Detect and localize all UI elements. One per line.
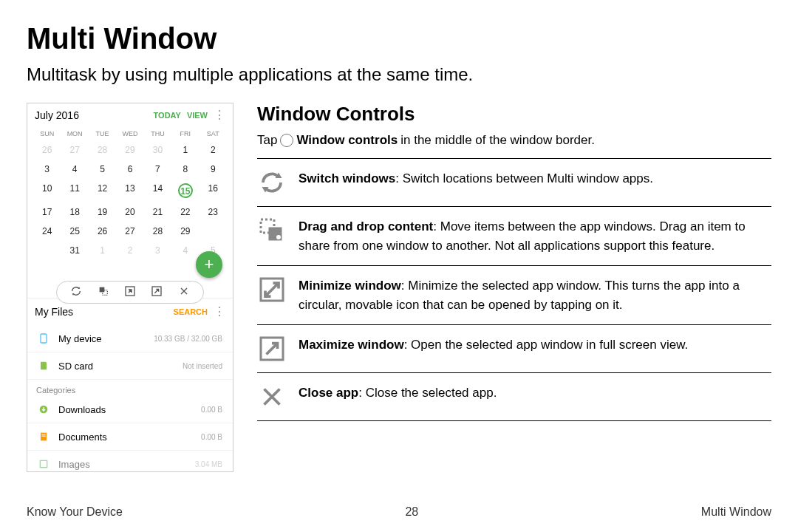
calendar-day[interactable]: 27 [61,140,88,160]
calendar-day[interactable]: 7 [144,160,171,179]
file-name: Downloads [58,404,201,415]
svg-rect-7 [41,434,45,435]
minimize-window-icon [257,276,287,303]
dow: MON [61,127,88,140]
page-title: Multi Window [27,22,771,55]
calendar-day[interactable]: 23 [200,202,227,222]
calendar-day[interactable]: 30 [144,140,171,160]
footer-right: Multi Window [701,505,771,519]
file-name: My device [58,333,154,344]
switch-windows-icon [257,169,287,196]
today-link[interactable]: TODAY [154,111,181,120]
calendar-day[interactable]: 1 [171,140,199,160]
calendar-day[interactable]: 16 [200,179,227,202]
page-number: 28 [405,505,418,519]
calendar-day[interactable]: 2 [200,140,227,160]
file-row[interactable]: Downloads 0.00 B [27,396,233,423]
page-footer: Know Your Device 28 Multi Window [27,505,771,519]
drag-icon[interactable] [98,285,109,299]
calendar-day[interactable]: 25 [61,222,88,241]
close-app-icon [257,383,287,410]
maximize-window-icon [257,335,287,362]
calendar-day-today[interactable]: 15 [171,179,199,202]
file-row[interactable]: SD card Not inserted [27,352,233,380]
control-item: Switch windows: Switch locations between… [257,158,771,206]
calendar-day[interactable]: 21 [144,202,171,222]
calendar-grid: SUN MON TUE WED THU FRI SAT 26 27 28 29 … [27,127,233,275]
calendar-day[interactable]: 9 [200,160,227,179]
calendar-day[interactable]: 17 [33,202,61,222]
window-controls-toolbar [56,281,204,304]
calendar-day[interactable]: 2 [116,241,143,260]
image-icon [38,458,50,470]
file-meta: 10.33 GB / 32.00 GB [154,335,222,343]
calendar-day[interactable]: 29 [171,222,199,241]
calendar-day[interactable]: 29 [116,140,143,160]
control-item: Close app: Close the selected app. [257,372,771,421]
switch-icon[interactable] [70,285,82,299]
calendar-day[interactable]: 4 [61,160,88,179]
control-item: Maximize window: Open the selected app w… [257,324,771,372]
overflow-icon[interactable]: ⋮ [214,309,225,315]
categories-label: Categories [27,380,233,396]
dow: SUN [33,127,61,140]
device-mockup: July 2016 TODAY VIEW ⋮ SUN MON TUE WED T… [27,103,233,472]
calendar-day[interactable]: 10 [33,179,61,202]
calendar-day[interactable]: 28 [89,140,116,160]
document-icon [38,431,50,443]
file-meta: 0.00 B [201,433,222,441]
dow: FRI [171,127,199,140]
device-icon [38,332,50,344]
calendar-day[interactable] [33,241,61,260]
calendar-day[interactable]: 31 [61,241,88,260]
calendar-day[interactable]: 12 [89,179,116,202]
overflow-icon[interactable]: ⋮ [214,112,225,118]
calendar-day[interactable] [200,222,227,241]
file-name: Documents [58,432,201,443]
maximize-icon[interactable] [151,285,163,299]
minimize-icon[interactable] [124,285,136,299]
calendar-day[interactable] [33,260,61,269]
file-name: SD card [58,361,183,372]
calendar-day[interactable]: 3 [144,241,171,260]
file-meta: Not inserted [183,362,222,370]
svg-point-12 [276,235,281,239]
file-meta: 0.00 B [201,406,222,414]
close-icon[interactable] [178,285,190,299]
calendar-day[interactable]: 8 [171,160,199,179]
add-event-button[interactable]: + [196,251,222,278]
dow: SAT [200,127,227,140]
calendar-day[interactable]: 26 [33,140,61,160]
dow: TUE [89,127,116,140]
calendar-day[interactable]: 26 [89,222,116,241]
file-row[interactable]: Images 3.04 MB [27,451,233,471]
file-row[interactable]: Documents 0.00 B [27,423,233,451]
calendar-day[interactable]: 1 [89,241,116,260]
file-meta: 3.04 MB [195,460,222,468]
calendar-day[interactable]: 27 [116,222,143,241]
calendar-day[interactable]: 11 [61,179,88,202]
files-title: My Files [35,306,174,318]
control-item: Drag and drop content: Move items betwee… [257,206,771,265]
calendar-day[interactable]: 19 [89,202,116,222]
calendar-day[interactable]: 4 [171,241,199,260]
file-name: Images [58,459,195,470]
calendar-day[interactable]: 28 [144,222,171,241]
dow: THU [144,127,171,140]
file-row[interactable]: My device 10.33 GB / 32.00 GB [27,325,233,352]
calendar-day[interactable]: 5 [89,160,116,179]
download-icon [38,403,50,415]
dow: WED [116,127,143,140]
calendar-day[interactable]: 18 [61,202,88,222]
page-subtitle: Multitask by using multiple applications… [27,64,771,85]
view-link[interactable]: VIEW [187,111,208,120]
calendar-day[interactable]: 24 [33,222,61,241]
calendar-month: July 2016 [35,109,148,121]
calendar-day[interactable]: 3 [33,160,61,179]
search-link[interactable]: SEARCH [174,307,208,316]
calendar-day[interactable]: 6 [116,160,143,179]
calendar-day[interactable]: 13 [116,179,143,202]
calendar-day[interactable]: 20 [116,202,143,222]
calendar-day[interactable]: 22 [171,202,199,222]
calendar-day[interactable]: 14 [144,179,171,202]
